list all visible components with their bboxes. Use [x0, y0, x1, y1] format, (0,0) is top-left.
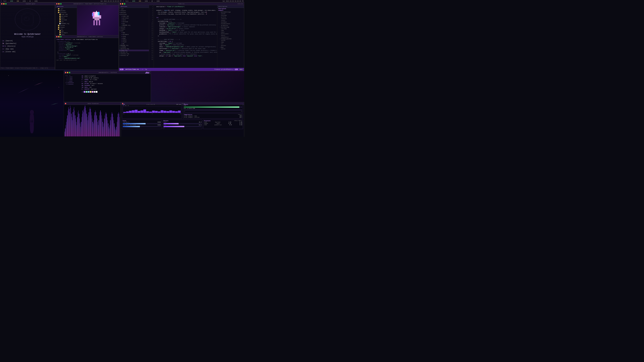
outline-username[interactable]: username — [217, 28, 244, 30]
code-tree-user-lang[interactable]: ▸ lang — [119, 35, 149, 37]
code-tree-themes[interactable]: ▸ themes — [119, 28, 149, 30]
code-tree-hardensh[interactable]: • harden.sh — [119, 51, 149, 53]
min-btn-4[interactable] — [122, 3, 123, 4]
code-tree-patches[interactable]: ▸ patches — [119, 11, 149, 13]
close-btn-4[interactable] — [120, 3, 121, 4]
code-tree-user-shell[interactable]: ▸ shell — [119, 39, 149, 41]
tree-profiles[interactable]: 📂profiles — [55, 11, 77, 13]
close-btn-2[interactable] — [56, 3, 58, 4]
tree-themes[interactable]: 📁themes — [55, 26, 77, 28]
outline-name[interactable]: name — [217, 30, 244, 31]
info-uptime: 21 hours 7 minutes — [90, 83, 103, 84]
outline-nix-name[interactable]: name — [217, 41, 244, 43]
outline-systemsettings[interactable]: ▸ systemSettings — [217, 11, 244, 13]
qute-menu-search[interactable]: [o] [Search] — [2, 39, 53, 42]
outline-nix-patches[interactable]: patches — [217, 45, 244, 46]
tree-wsl[interactable]: 📁wsl — [55, 21, 77, 23]
outline-nix-src[interactable]: src — [217, 43, 244, 45]
tree-user[interactable]: 📂user — [55, 28, 77, 30]
code-tree-profiles[interactable]: ▸ profiles — [119, 13, 149, 15]
outline-timezone[interactable]: timezone — [217, 18, 244, 19]
tree-homelab[interactable]: 📁home lab — [55, 13, 77, 15]
tree-readme1[interactable]: 📄README.org — [55, 23, 77, 24]
outline-locale[interactable]: locale — [217, 19, 244, 21]
outline-email[interactable]: email — [217, 31, 244, 33]
code-tree-profile-wsl[interactable]: ▸ wsl — [119, 23, 149, 24]
audio-visualizer-window: Audio Visualizer — [64, 102, 121, 137]
max-btn[interactable] — [5, 3, 6, 4]
outline-dotfilesdir[interactable]: dotfilesDir — [217, 33, 244, 35]
code-tree-user-hw[interactable]: ▸ hardware — [119, 33, 149, 35]
svg-point-16 — [30, 110, 34, 115]
tree-git[interactable]: 📁.git — [55, 8, 77, 10]
qute-menu-history[interactable]: [$ h] [History] — [2, 45, 53, 48]
code-tree-installorg[interactable]: • install.org — [119, 53, 149, 55]
tree-personal[interactable]: 📁personal — [55, 15, 77, 17]
net-sent-val: 54.0 — [199, 124, 202, 126]
cpu-current-val: 11 — [123, 105, 124, 106]
outline-bootmode[interactable]: bootMode — [217, 21, 244, 23]
max-btn-3[interactable] — [60, 36, 62, 37]
outline-hostname[interactable]: hostname — [217, 14, 244, 16]
code-editor-window: flake.nix 1090x108 .dotfiles ▸ .git ▸ ou… — [119, 2, 244, 71]
tree-patches[interactable]: 📁patches — [55, 10, 77, 11]
tree-work[interactable]: 📁work — [55, 17, 77, 19]
code-text-area[interactable]: description = "Flake of LibrePhoenix"; o… — [154, 5, 217, 67]
outline-pkgs-system[interactable]: system — [217, 48, 244, 50]
code-tree-installsh[interactable]: • install.sh — [119, 55, 149, 56]
code-tree-git[interactable]: ▸ .git — [119, 8, 149, 10]
outline-spawneditor[interactable]: spawnEditor — [217, 36, 244, 38]
min-btn-2[interactable] — [58, 3, 60, 4]
statusbar-nix: Nix — [235, 69, 238, 70]
outline-editor[interactable]: editor — [217, 35, 244, 36]
max-btn-5[interactable] — [69, 72, 70, 73]
code-tree-profile-worklab[interactable]: ▸ worklab — [119, 21, 149, 23]
code-tree-profile-work[interactable]: ▸ work — [119, 19, 149, 21]
code-tree-license[interactable]: • LICENSE — [119, 46, 149, 48]
code-tree-user[interactable]: ▾ user — [119, 30, 149, 32]
code-tree-profile-readme[interactable]: • README.org — [119, 24, 149, 26]
close-btn[interactable] — [1, 3, 2, 4]
disk-size-2: 504GB — [158, 124, 161, 126]
figure-silhouette — [27, 109, 37, 134]
code-tree-system[interactable]: ▸ system — [119, 26, 149, 28]
code-tree-user-app[interactable]: ▸ app — [119, 32, 149, 33]
code-tree-profile-personal[interactable]: ▸ personal — [119, 17, 149, 19]
cpu-bar — [149, 112, 152, 113]
code-tree-outputs[interactable]: ▸ outputs — [119, 10, 149, 11]
outline-grubdevice[interactable]: grubDevice — [217, 25, 244, 26]
code-tree-desktop[interactable]: • desktop.png — [119, 48, 149, 50]
tree-hardware[interactable]: 📁hardware — [55, 32, 77, 34]
code-tree-user-wm[interactable]: ▸ wm — [119, 43, 149, 44]
outline-profile[interactable]: profile — [217, 16, 244, 18]
audio-bar — [66, 122, 66, 136]
max-btn-4[interactable] — [124, 3, 125, 4]
audio-bar — [120, 117, 120, 136]
outline-outputs[interactable]: outputs — [217, 9, 244, 11]
min-btn-5[interactable] — [67, 72, 68, 73]
outline-nixpkgs[interactable]: ▸ nixpkgs-patched — [217, 38, 244, 40]
outline-description[interactable]: description — [217, 8, 244, 9]
outline-nix-system[interactable]: system — [217, 40, 244, 41]
outline-bootmountpath[interactable]: bootMountPath — [217, 23, 244, 25]
outline-pkgs[interactable]: ▸ pkgs — [217, 46, 244, 48]
tree-system[interactable]: 📁system — [55, 24, 77, 26]
min-btn-3[interactable] — [58, 36, 60, 37]
code-tree-profile-homelab[interactable]: ▸ home lab — [119, 15, 149, 17]
close-btn-5[interactable] — [65, 72, 66, 73]
code-tree-readme[interactable]: • README.org — [119, 44, 149, 46]
code-tree-user-style[interactable]: ▸ style — [119, 41, 149, 43]
min-btn[interactable] — [3, 3, 4, 4]
tree-app[interactable]: 📁app — [55, 30, 77, 32]
qute-menu-closetab[interactable]: [x] [Close tab] — [2, 50, 53, 53]
qute-menu-quickmarks[interactable]: [b] [Quickmarks] — [2, 42, 53, 45]
max-btn-2[interactable] — [60, 3, 62, 4]
outline-system[interactable]: system — [217, 13, 244, 14]
tree-worklab[interactable]: 📁worklab — [55, 19, 77, 21]
code-tree-flakenix[interactable]: • flake.nix — [119, 50, 149, 51]
outline-usersettings[interactable]: ▸ userSettings — [217, 26, 244, 28]
qute-menu-newtab[interactable]: [t] [New tab] — [2, 48, 53, 50]
close-btn-3[interactable] — [56, 36, 58, 37]
code-tree-user-pkgs[interactable]: ▸ pkgs — [119, 37, 149, 39]
proc-header: Processes CPU(%) MEM(%) — [204, 120, 242, 121]
